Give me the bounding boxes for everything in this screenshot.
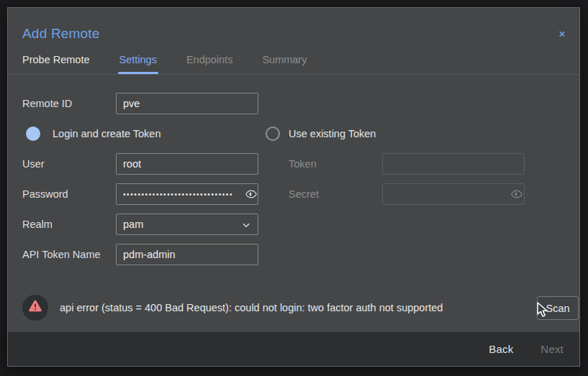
radio-selected-icon (26, 127, 40, 141)
dialog-header: Add Remote ✕ Probe Remote Settings Endpo… (8, 8, 579, 75)
remote-id-input[interactable] (116, 93, 258, 114)
realm-select[interactable]: pam (116, 214, 258, 235)
chevron-down-icon (240, 218, 253, 238)
radio-unselected-icon (266, 127, 280, 141)
password-label: Password (22, 183, 68, 205)
radio-login-create-token[interactable]: Login and create Token (26, 126, 161, 142)
password-reveal-eye-icon[interactable] (244, 187, 258, 201)
tab-endpoints[interactable]: Endpoints (186, 54, 233, 75)
error-message: api error (status = 400 Bad Request): co… (60, 295, 443, 321)
scan-button[interactable]: Scan (537, 296, 579, 320)
tab-settings[interactable]: Settings (119, 54, 157, 75)
warning-triangle-icon (27, 298, 43, 317)
secret-input (382, 183, 525, 205)
dialog-tabs: Probe Remote Settings Endpoints Summary (22, 54, 307, 75)
dialog-title: Add Remote (22, 26, 100, 42)
next-button[interactable]: Next (540, 343, 564, 355)
realm-selected-value: pam (123, 219, 143, 230)
warning-badge (22, 295, 48, 321)
user-label: User (22, 153, 45, 175)
tab-summary[interactable]: Summary (262, 54, 307, 75)
token-input (382, 153, 525, 175)
secret-reveal-eye-icon (510, 187, 524, 201)
auth-mode-row: Login and create Token Use existing Toke… (8, 126, 579, 142)
dialog-footer: Back Next (8, 331, 579, 366)
tab-probe-remote[interactable]: Probe Remote (22, 54, 90, 75)
add-remote-dialog: Add Remote ✕ Probe Remote Settings Endpo… (7, 7, 580, 367)
back-button[interactable]: Back (489, 343, 513, 355)
token-label: Token (289, 153, 317, 175)
api-token-name-label: API Token Name (22, 244, 101, 265)
secret-label: Secret (289, 183, 319, 205)
radio-login-create-label: Login and create Token (53, 128, 161, 139)
password-input[interactable] (116, 183, 258, 205)
radio-use-existing-label: Use existing Token (289, 128, 376, 139)
radio-use-existing-token[interactable]: Use existing Token (266, 126, 376, 142)
close-icon[interactable]: ✕ (555, 27, 569, 41)
user-input[interactable] (116, 153, 258, 175)
remote-id-label: Remote ID (22, 93, 72, 114)
realm-label: Realm (22, 214, 53, 235)
api-token-name-input[interactable] (116, 244, 258, 265)
